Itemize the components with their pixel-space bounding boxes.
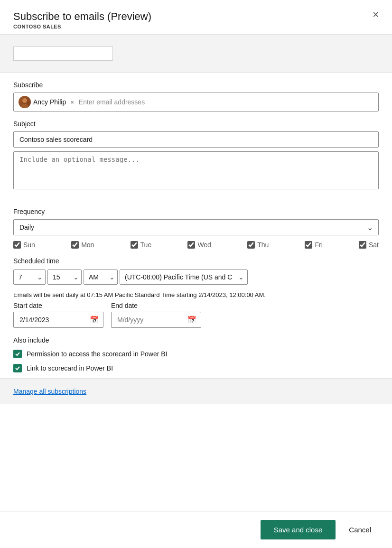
also-include-label: Also include xyxy=(13,336,379,344)
day-label-fri: Fri xyxy=(315,241,322,249)
frequency-select-wrapper: Daily Weekly Monthly ⌄ xyxy=(13,219,379,235)
dialog-subtitle: CONTOSO SALES xyxy=(13,24,379,29)
day-item-sat: Sat xyxy=(359,241,379,249)
day-label-sun: Sun xyxy=(23,241,35,249)
day-item-wed: Wed xyxy=(187,241,211,249)
frequency-select[interactable]: Daily Weekly Monthly xyxy=(13,219,379,235)
start-date-label: Start date xyxy=(13,302,103,309)
schedule-info-text: Emails will be sent daily at 07:15 AM Pa… xyxy=(13,290,379,300)
minute-select-wrapper: 15 00 30 45 ⌄ xyxy=(47,269,82,285)
minute-select[interactable]: 15 00 30 45 xyxy=(47,269,82,285)
permission-checkbox-label: Permission to access the scorecard in Po… xyxy=(27,350,167,358)
end-date-input[interactable] xyxy=(111,312,201,328)
close-button[interactable]: × xyxy=(370,9,382,21)
date-row: Start date 📅 End date 📅 xyxy=(13,302,379,328)
subscriber-tag: Ancy Philip × xyxy=(19,96,75,108)
day-item-fri: Fri xyxy=(305,241,322,249)
subscribe-field[interactable]: Ancy Philip × Enter email addresses xyxy=(13,93,379,111)
day-checkbox-sat[interactable] xyxy=(359,241,366,249)
timezone-select-wrapper: (UTC-08:00) Pacific Time (US and C (UTC-… xyxy=(120,269,248,285)
dialog-body: Subscribe Ancy Philip × Enter email addr… xyxy=(0,35,392,511)
svg-point-1 xyxy=(21,104,28,108)
timezone-select[interactable]: (UTC-08:00) Pacific Time (US and C (UTC-… xyxy=(120,269,248,285)
scheduled-time-label: Scheduled time xyxy=(13,257,379,265)
start-date-group: Start date 📅 xyxy=(13,302,103,328)
time-row: 7 8 9 ⌄ 15 00 30 45 ⌄ AM PM xyxy=(13,269,379,285)
section-divider-1 xyxy=(13,199,379,199)
day-label-thu: Thu xyxy=(257,241,269,249)
day-label-wed: Wed xyxy=(197,241,211,249)
subscribe-label: Subscribe xyxy=(13,81,379,89)
message-textarea[interactable] xyxy=(13,151,379,189)
frequency-label: Frequency xyxy=(13,208,379,215)
end-date-input-wrapper: 📅 xyxy=(111,312,201,328)
days-row: Sun Mon Tue Wed Thu Fri xyxy=(13,241,379,249)
ampm-select-wrapper: AM PM ⌄ xyxy=(84,269,118,285)
day-checkbox-tue[interactable] xyxy=(131,241,138,249)
link-checkbox-label: Link to scorecard in Power BI xyxy=(27,364,113,372)
subscriber-name: Ancy Philip xyxy=(33,98,66,106)
end-date-label: End date xyxy=(111,302,201,309)
ampm-select[interactable]: AM PM xyxy=(84,269,118,285)
permission-checkbox[interactable] xyxy=(13,350,22,358)
remove-subscriber-button[interactable]: × xyxy=(69,99,75,106)
start-date-input-wrapper: 📅 xyxy=(13,312,103,328)
hint-box xyxy=(13,46,113,61)
day-checkbox-wed[interactable] xyxy=(187,241,195,249)
day-label-mon: Mon xyxy=(81,241,94,249)
hour-select[interactable]: 7 8 9 xyxy=(13,269,46,285)
day-item-tue: Tue xyxy=(131,241,152,249)
hour-select-wrapper: 7 8 9 ⌄ xyxy=(13,269,46,285)
email-placeholder[interactable]: Enter email addresses xyxy=(79,98,373,106)
day-checkbox-sun[interactable] xyxy=(13,241,21,249)
day-checkbox-mon[interactable] xyxy=(71,241,79,249)
avatar xyxy=(19,96,31,108)
checkbox-row-0: Permission to access the scorecard in Po… xyxy=(13,350,379,358)
manage-subscriptions-link[interactable]: Manage all subscriptions xyxy=(13,388,86,395)
save-and-close-button[interactable]: Save and close xyxy=(261,520,336,539)
subject-input[interactable] xyxy=(13,131,379,148)
day-item-sun: Sun xyxy=(13,241,35,249)
end-date-group: End date 📅 xyxy=(111,302,201,328)
scroll-hint-area xyxy=(0,35,392,73)
dialog-header: Subscribe to emails (Preview) CONTOSO SA… xyxy=(0,0,392,35)
subscribe-dialog: Subscribe to emails (Preview) CONTOSO SA… xyxy=(0,0,392,548)
day-checkbox-thu[interactable] xyxy=(247,241,255,249)
checkbox-row-1: Link to scorecard in Power BI xyxy=(13,364,379,372)
cancel-button[interactable]: Cancel xyxy=(341,520,379,539)
manage-link-section: Manage all subscriptions xyxy=(0,378,392,404)
day-label-sat: Sat xyxy=(369,241,379,249)
link-checkbox[interactable] xyxy=(13,364,22,372)
day-item-mon: Mon xyxy=(71,241,94,249)
dialog-footer: Save and close Cancel xyxy=(0,511,392,548)
start-date-input[interactable] xyxy=(13,312,103,328)
day-label-tue: Tue xyxy=(140,241,152,249)
day-item-thu: Thu xyxy=(247,241,269,249)
svg-point-0 xyxy=(22,98,27,103)
subject-label: Subject xyxy=(13,120,379,128)
day-checkbox-fri[interactable] xyxy=(305,241,312,249)
dialog-title: Subscribe to emails (Preview) xyxy=(13,10,379,23)
